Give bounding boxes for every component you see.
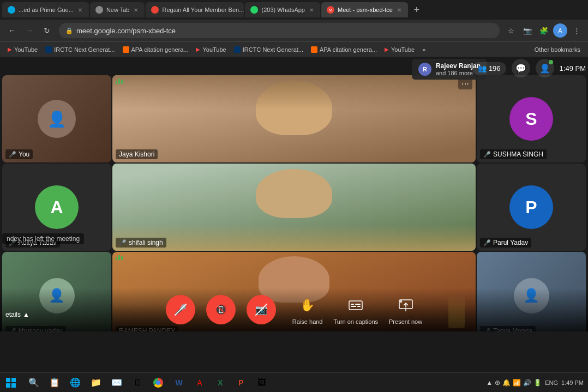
profile-icon[interactable]: A	[553, 23, 567, 38]
details-label: etails	[5, 311, 21, 318]
tab-meet[interactable]: M Meet - psm-xbed-tce ✕	[321, 2, 408, 17]
bookmark-label-yt1: YouTube	[14, 46, 38, 53]
bookmark-irctc-2[interactable]: IRCTC Next Generat...	[231, 45, 307, 54]
tab-favicon-meet: M	[327, 6, 334, 14]
word-btn[interactable]: W	[169, 373, 189, 393]
acrobat-btn[interactable]: A	[190, 373, 209, 393]
end-call-button[interactable]: 📵	[206, 295, 236, 324]
bookmark-label-other: Other bookmarks	[535, 46, 580, 53]
tab-bar: ...ed as Prime Gue... ✕ New Tab ✕ Regain…	[0, 0, 588, 20]
meeting-left-notification: ndey has left the meeting	[2, 233, 84, 244]
bookmark-label-apa2: APA citation genera...	[320, 46, 377, 53]
bookmark-label-yt3: YouTube	[391, 46, 415, 53]
tab-label-gmail: Regain All Your Member Ben...	[162, 7, 244, 13]
raise-hand-button[interactable]: ✋ Raise hand	[292, 294, 323, 325]
chrome-btn[interactable]	[148, 373, 168, 393]
bookmark-irctc-1[interactable]: IRCTC Next Generat...	[42, 45, 118, 54]
address-bar: ← → ↻ 🔒 meet.google.com/psm-xbed-tce ☆ 📷…	[0, 20, 588, 41]
online-dot	[549, 60, 553, 64]
new-tab-button[interactable]: +	[409, 2, 424, 17]
bookmark-label-irctc1: IRCTC Next Generat...	[54, 46, 115, 53]
bookmarks-more-chevron[interactable]: »	[419, 45, 429, 54]
chat-button[interactable]: 💬	[512, 59, 530, 77]
windows-icon	[6, 378, 16, 388]
bookmark-youtube-3[interactable]: ▶ YouTube	[381, 45, 418, 54]
parul-avatar: P	[509, 185, 553, 229]
monitor-btn[interactable]: 🖥	[128, 373, 147, 393]
captions-button[interactable]: Turn on captions	[333, 294, 378, 325]
forward-button[interactable]: →	[22, 23, 37, 38]
people-icon: 👤	[539, 63, 550, 74]
tab-label-newtab: New Tab	[106, 7, 130, 13]
bookmark-apa-1[interactable]: APA citation genera...	[119, 45, 192, 54]
tab-close-prime[interactable]: ✕	[77, 6, 83, 14]
svg-rect-0	[349, 301, 362, 310]
tab-close-meet[interactable]: ✕	[396, 6, 403, 14]
end-call-icon: 📵	[215, 304, 227, 316]
tile-parul: P 🎤 Parul Yadav	[477, 164, 586, 251]
battery-icon: 🔋	[533, 379, 542, 387]
task-view-btn[interactable]: 📋	[45, 373, 64, 393]
jaya-name: Jaya Kishori	[119, 150, 154, 158]
irctc-favicon-2	[234, 46, 241, 53]
svg-rect-3	[351, 306, 356, 307]
tray-icon-1: ⊕	[495, 379, 500, 387]
back-button[interactable]: ←	[4, 23, 20, 38]
menu-icon[interactable]: ⋮	[569, 23, 584, 38]
bookmark-youtube-1[interactable]: ▶ YouTube	[4, 45, 41, 54]
tab-whatsapp[interactable]: (203) WhatsApp ✕	[245, 2, 320, 17]
tab-close-whatsapp[interactable]: ✕	[308, 6, 315, 14]
participants-button[interactable]: 👥 196	[472, 62, 506, 75]
photos-btn[interactable]: 🖼	[252, 373, 272, 393]
tab-prime[interactable]: ...ed as Prime Gue... ✕	[2, 2, 89, 17]
bookmark-youtube-2[interactable]: ▶ YouTube	[193, 45, 229, 54]
url-text: meet.google.com/psm-xbed-tce	[76, 27, 176, 35]
bookmark-apa-2[interactable]: APA citation genera...	[308, 45, 380, 54]
reload-button[interactable]: ↻	[39, 23, 55, 38]
details-button[interactable]: etails ▲	[5, 311, 29, 318]
tab-newtab[interactable]: New Tab ✕	[90, 2, 145, 17]
browser-window: ...ed as Prime Gue... ✕ New Tab ✕ Regain…	[0, 0, 588, 392]
tab-close-newtab[interactable]: ✕	[133, 6, 139, 14]
time-display: 1:49 PM	[560, 64, 586, 73]
start-button[interactable]	[0, 373, 22, 393]
participants-count: 196	[489, 64, 501, 73]
bookmark-star-icon[interactable]: ☆	[504, 23, 518, 38]
more-options-button[interactable]: 👤	[536, 59, 554, 77]
participants-icon: 👥	[478, 64, 487, 73]
url-bar[interactable]: 🔒 meet.google.com/psm-xbed-tce	[59, 23, 500, 38]
taskbar: 🔍 📋 🌐 📁 ✉️ 🖥 W A X P 🖼 ▲ ⊕ 🔔 📶 �	[0, 372, 588, 392]
tile-jaya: ⋯ Jaya Kishori	[112, 75, 476, 162]
excel-btn[interactable]: X	[211, 373, 230, 393]
systray: ▲ ⊕ 🔔 📶 🔊 🔋	[486, 379, 542, 387]
bookmark-label-irctc2: IRCTC Next Generat...	[243, 46, 303, 53]
edge-btn[interactable]: 🌐	[65, 373, 85, 393]
arrow-up-icon[interactable]: ▲	[486, 379, 493, 387]
captions-icon	[348, 298, 363, 313]
bookmarks-other[interactable]: Other bookmarks	[531, 45, 584, 54]
sushma-name: SUSHMA SINGH	[493, 150, 543, 158]
mute-button[interactable]: 🎤	[166, 295, 195, 324]
present-now-button[interactable]: Present now	[389, 294, 422, 325]
mail-btn[interactable]: ✉️	[107, 373, 127, 393]
extension-icon[interactable]: 🧩	[537, 23, 551, 38]
camera-button[interactable]: 📷	[247, 295, 276, 324]
aditya-avatar: A	[35, 185, 79, 229]
tile-you: 👤 🎤 You	[2, 75, 111, 162]
shifali-mute-icon: 🎤	[119, 239, 127, 246]
volume-icon[interactable]: 🔊	[523, 379, 531, 387]
tab-gmail[interactable]: Regain All Your Member Ben... ✕	[146, 2, 244, 17]
sushma-avatar: S	[509, 97, 553, 141]
jaya-more-btn[interactable]: ⋯	[458, 79, 472, 89]
you-nametag: 🎤 You	[5, 149, 33, 159]
svg-rect-2	[355, 304, 361, 305]
ppt-btn[interactable]: P	[231, 373, 251, 393]
captions-label: Turn on captions	[333, 318, 378, 325]
parul-mute-icon: 🎤	[483, 239, 491, 246]
shifali-nametag: 🎤 shifali singh	[116, 238, 166, 248]
wifi-icon: 📶	[513, 379, 521, 387]
search-taskbar[interactable]: 🔍	[24, 373, 44, 393]
explorer-btn[interactable]: 📁	[86, 373, 106, 393]
lock-icon: 🔒	[65, 27, 73, 34]
camera-toolbar-icon[interactable]: 📷	[520, 23, 535, 38]
